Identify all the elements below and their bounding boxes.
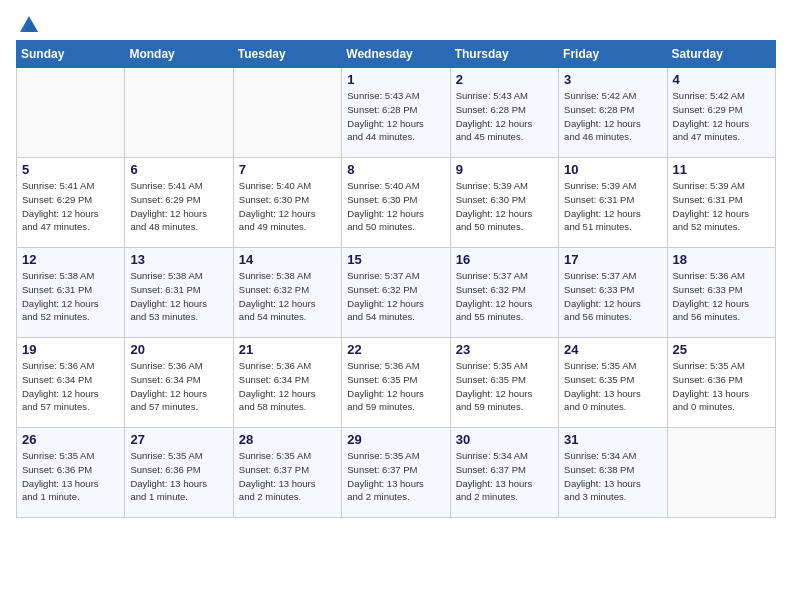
day-cell	[667, 428, 775, 518]
day-number: 30	[456, 432, 553, 447]
day-info: Sunrise: 5:36 AM Sunset: 6:34 PM Dayligh…	[130, 359, 227, 414]
day-cell: 9Sunrise: 5:39 AM Sunset: 6:30 PM Daylig…	[450, 158, 558, 248]
day-number: 9	[456, 162, 553, 177]
day-cell: 15Sunrise: 5:37 AM Sunset: 6:32 PM Dayli…	[342, 248, 450, 338]
day-number: 10	[564, 162, 661, 177]
day-number: 16	[456, 252, 553, 267]
day-cell: 12Sunrise: 5:38 AM Sunset: 6:31 PM Dayli…	[17, 248, 125, 338]
day-cell: 29Sunrise: 5:35 AM Sunset: 6:37 PM Dayli…	[342, 428, 450, 518]
day-number: 28	[239, 432, 336, 447]
day-info: Sunrise: 5:38 AM Sunset: 6:31 PM Dayligh…	[130, 269, 227, 324]
day-info: Sunrise: 5:37 AM Sunset: 6:33 PM Dayligh…	[564, 269, 661, 324]
week-row-5: 26Sunrise: 5:35 AM Sunset: 6:36 PM Dayli…	[17, 428, 776, 518]
header-cell-monday: Monday	[125, 41, 233, 68]
day-info: Sunrise: 5:37 AM Sunset: 6:32 PM Dayligh…	[347, 269, 444, 324]
calendar-table: SundayMondayTuesdayWednesdayThursdayFrid…	[16, 40, 776, 518]
header-cell-friday: Friday	[559, 41, 667, 68]
day-info: Sunrise: 5:43 AM Sunset: 6:28 PM Dayligh…	[347, 89, 444, 144]
day-info: Sunrise: 5:41 AM Sunset: 6:29 PM Dayligh…	[22, 179, 119, 234]
day-cell: 8Sunrise: 5:40 AM Sunset: 6:30 PM Daylig…	[342, 158, 450, 248]
day-info: Sunrise: 5:38 AM Sunset: 6:32 PM Dayligh…	[239, 269, 336, 324]
day-number: 14	[239, 252, 336, 267]
day-number: 6	[130, 162, 227, 177]
day-cell: 16Sunrise: 5:37 AM Sunset: 6:32 PM Dayli…	[450, 248, 558, 338]
day-cell: 27Sunrise: 5:35 AM Sunset: 6:36 PM Dayli…	[125, 428, 233, 518]
day-cell: 30Sunrise: 5:34 AM Sunset: 6:37 PM Dayli…	[450, 428, 558, 518]
day-info: Sunrise: 5:34 AM Sunset: 6:38 PM Dayligh…	[564, 449, 661, 504]
day-number: 19	[22, 342, 119, 357]
day-number: 13	[130, 252, 227, 267]
day-cell: 19Sunrise: 5:36 AM Sunset: 6:34 PM Dayli…	[17, 338, 125, 428]
day-cell: 17Sunrise: 5:37 AM Sunset: 6:33 PM Dayli…	[559, 248, 667, 338]
page-header	[16, 16, 776, 32]
day-cell: 25Sunrise: 5:35 AM Sunset: 6:36 PM Dayli…	[667, 338, 775, 428]
day-cell	[17, 68, 125, 158]
day-cell	[125, 68, 233, 158]
week-row-2: 5Sunrise: 5:41 AM Sunset: 6:29 PM Daylig…	[17, 158, 776, 248]
day-info: Sunrise: 5:35 AM Sunset: 6:35 PM Dayligh…	[456, 359, 553, 414]
header-cell-saturday: Saturday	[667, 41, 775, 68]
day-info: Sunrise: 5:35 AM Sunset: 6:36 PM Dayligh…	[22, 449, 119, 504]
day-number: 7	[239, 162, 336, 177]
day-cell: 4Sunrise: 5:42 AM Sunset: 6:29 PM Daylig…	[667, 68, 775, 158]
header-cell-wednesday: Wednesday	[342, 41, 450, 68]
day-cell: 22Sunrise: 5:36 AM Sunset: 6:35 PM Dayli…	[342, 338, 450, 428]
day-number: 25	[673, 342, 770, 357]
day-info: Sunrise: 5:36 AM Sunset: 6:34 PM Dayligh…	[22, 359, 119, 414]
day-cell: 18Sunrise: 5:36 AM Sunset: 6:33 PM Dayli…	[667, 248, 775, 338]
day-info: Sunrise: 5:39 AM Sunset: 6:30 PM Dayligh…	[456, 179, 553, 234]
logo	[16, 16, 40, 32]
day-info: Sunrise: 5:35 AM Sunset: 6:36 PM Dayligh…	[673, 359, 770, 414]
day-info: Sunrise: 5:42 AM Sunset: 6:29 PM Dayligh…	[673, 89, 770, 144]
week-row-4: 19Sunrise: 5:36 AM Sunset: 6:34 PM Dayli…	[17, 338, 776, 428]
day-number: 26	[22, 432, 119, 447]
day-number: 22	[347, 342, 444, 357]
day-number: 3	[564, 72, 661, 87]
day-info: Sunrise: 5:40 AM Sunset: 6:30 PM Dayligh…	[347, 179, 444, 234]
day-number: 2	[456, 72, 553, 87]
day-info: Sunrise: 5:36 AM Sunset: 6:34 PM Dayligh…	[239, 359, 336, 414]
day-cell: 13Sunrise: 5:38 AM Sunset: 6:31 PM Dayli…	[125, 248, 233, 338]
day-info: Sunrise: 5:35 AM Sunset: 6:37 PM Dayligh…	[347, 449, 444, 504]
day-cell: 10Sunrise: 5:39 AM Sunset: 6:31 PM Dayli…	[559, 158, 667, 248]
day-number: 11	[673, 162, 770, 177]
day-info: Sunrise: 5:35 AM Sunset: 6:36 PM Dayligh…	[130, 449, 227, 504]
day-cell: 24Sunrise: 5:35 AM Sunset: 6:35 PM Dayli…	[559, 338, 667, 428]
day-info: Sunrise: 5:40 AM Sunset: 6:30 PM Dayligh…	[239, 179, 336, 234]
day-cell: 7Sunrise: 5:40 AM Sunset: 6:30 PM Daylig…	[233, 158, 341, 248]
day-info: Sunrise: 5:36 AM Sunset: 6:35 PM Dayligh…	[347, 359, 444, 414]
day-cell: 5Sunrise: 5:41 AM Sunset: 6:29 PM Daylig…	[17, 158, 125, 248]
day-number: 31	[564, 432, 661, 447]
day-number: 21	[239, 342, 336, 357]
day-info: Sunrise: 5:38 AM Sunset: 6:31 PM Dayligh…	[22, 269, 119, 324]
day-cell	[233, 68, 341, 158]
day-info: Sunrise: 5:39 AM Sunset: 6:31 PM Dayligh…	[673, 179, 770, 234]
day-info: Sunrise: 5:35 AM Sunset: 6:37 PM Dayligh…	[239, 449, 336, 504]
day-number: 4	[673, 72, 770, 87]
day-cell: 26Sunrise: 5:35 AM Sunset: 6:36 PM Dayli…	[17, 428, 125, 518]
day-cell: 6Sunrise: 5:41 AM Sunset: 6:29 PM Daylig…	[125, 158, 233, 248]
day-number: 24	[564, 342, 661, 357]
day-cell: 21Sunrise: 5:36 AM Sunset: 6:34 PM Dayli…	[233, 338, 341, 428]
day-info: Sunrise: 5:34 AM Sunset: 6:37 PM Dayligh…	[456, 449, 553, 504]
day-info: Sunrise: 5:36 AM Sunset: 6:33 PM Dayligh…	[673, 269, 770, 324]
day-info: Sunrise: 5:42 AM Sunset: 6:28 PM Dayligh…	[564, 89, 661, 144]
day-cell: 11Sunrise: 5:39 AM Sunset: 6:31 PM Dayli…	[667, 158, 775, 248]
day-cell: 28Sunrise: 5:35 AM Sunset: 6:37 PM Dayli…	[233, 428, 341, 518]
header-row: SundayMondayTuesdayWednesdayThursdayFrid…	[17, 41, 776, 68]
day-cell: 23Sunrise: 5:35 AM Sunset: 6:35 PM Dayli…	[450, 338, 558, 428]
header-cell-tuesday: Tuesday	[233, 41, 341, 68]
day-number: 17	[564, 252, 661, 267]
day-info: Sunrise: 5:39 AM Sunset: 6:31 PM Dayligh…	[564, 179, 661, 234]
day-number: 27	[130, 432, 227, 447]
day-cell: 31Sunrise: 5:34 AM Sunset: 6:38 PM Dayli…	[559, 428, 667, 518]
day-cell: 2Sunrise: 5:43 AM Sunset: 6:28 PM Daylig…	[450, 68, 558, 158]
day-number: 12	[22, 252, 119, 267]
day-info: Sunrise: 5:35 AM Sunset: 6:35 PM Dayligh…	[564, 359, 661, 414]
day-number: 5	[22, 162, 119, 177]
day-number: 18	[673, 252, 770, 267]
day-cell: 14Sunrise: 5:38 AM Sunset: 6:32 PM Dayli…	[233, 248, 341, 338]
day-number: 1	[347, 72, 444, 87]
day-number: 15	[347, 252, 444, 267]
logo-icon	[18, 14, 40, 36]
